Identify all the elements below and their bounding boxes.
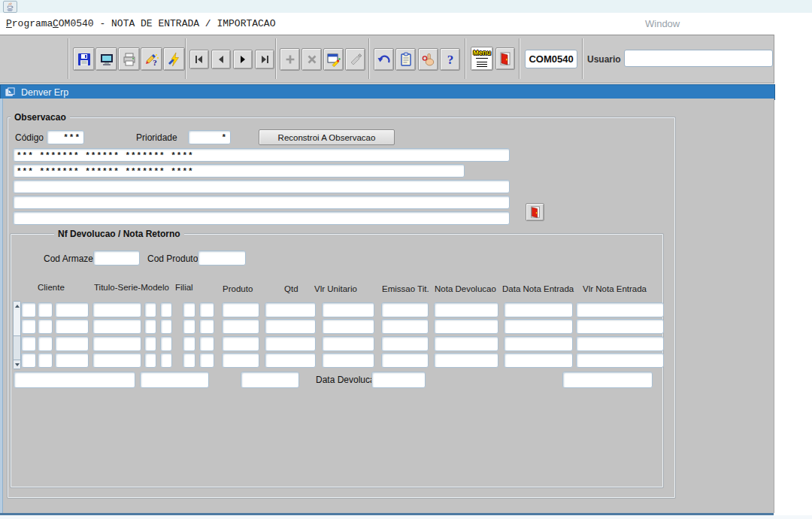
cell-serie[interactable] (144, 302, 156, 317)
cell-cliente-1[interactable] (21, 302, 36, 317)
mdi-titlebar[interactable]: Denver Erp (0, 84, 775, 100)
cell-data-nota-entrada[interactable] (504, 302, 573, 317)
cell-vlr-unitario[interactable] (322, 336, 374, 351)
cell-filial-2[interactable] (199, 319, 214, 334)
bottom-cliente-nome-field[interactable] (14, 372, 135, 388)
cell-cliente-3[interactable] (55, 353, 89, 368)
clipboard-button[interactable] (395, 48, 416, 71)
cell-produto[interactable] (222, 302, 259, 317)
last-record-button[interactable] (255, 50, 274, 69)
insert-record-button[interactable] (280, 48, 300, 71)
cell-emissao-tit[interactable] (381, 353, 429, 368)
menu-program-title[interactable]: COM0540 - NOTA DE ENTRADA / IMPORTACAO (53, 18, 275, 29)
print-button[interactable] (118, 47, 140, 71)
cell-cliente-1[interactable] (21, 353, 36, 368)
cell-data-nota-entrada[interactable] (504, 336, 573, 351)
cell-data-nota-entrada[interactable] (504, 353, 573, 368)
java-icon[interactable] (3, 1, 17, 13)
cell-filial-2[interactable] (199, 353, 214, 368)
cell-data-nota-entrada[interactable] (504, 319, 573, 334)
observacao-line-5[interactable] (13, 211, 510, 225)
cell-modelo[interactable] (160, 353, 172, 368)
cell-cliente-3[interactable] (55, 319, 89, 334)
cell-serie[interactable] (144, 319, 156, 334)
cell-cliente-3[interactable] (55, 302, 89, 317)
cell-filial-1[interactable] (183, 336, 195, 351)
query-form-button[interactable] (323, 48, 344, 71)
cell-cliente-1[interactable] (21, 336, 36, 351)
cod-produto-input[interactable] (198, 250, 246, 266)
cell-vlr-unitario[interactable] (322, 302, 374, 317)
cell-modelo[interactable] (160, 302, 172, 317)
hand-pointer-button[interactable] (418, 48, 438, 71)
first-record-button[interactable] (189, 50, 209, 69)
cell-nota-devolucao[interactable] (434, 336, 498, 351)
bottom-field-3[interactable] (241, 372, 299, 388)
cell-modelo[interactable] (160, 336, 172, 351)
cell-filial-1[interactable] (183, 319, 195, 334)
cell-qtd[interactable] (265, 353, 316, 368)
cell-serie[interactable] (144, 353, 156, 368)
help-button[interactable]: ? (440, 48, 460, 71)
cell-qtd[interactable] (265, 319, 316, 334)
observacao-exit-button[interactable] (526, 203, 544, 221)
reconstroi-observacao-button[interactable]: Reconstroi A Observacao (259, 129, 395, 145)
cell-titulo[interactable] (92, 319, 141, 334)
cell-nota-devolucao[interactable] (434, 302, 498, 317)
observacao-line-4[interactable] (13, 196, 510, 209)
cell-serie[interactable] (144, 336, 156, 351)
program-code-field[interactable]: COM0540 (525, 50, 577, 68)
menu-window[interactable]: Window (645, 18, 680, 29)
cell-vlr-nota-entrada[interactable] (576, 336, 664, 351)
menu-programa[interactable]: Programa (6, 18, 53, 29)
cell-filial-1[interactable] (183, 353, 195, 368)
cell-cliente-2[interactable] (38, 336, 53, 351)
cell-produto[interactable] (222, 353, 259, 368)
usuario-input[interactable] (624, 50, 773, 67)
cell-vlr-unitario[interactable] (322, 319, 374, 334)
observacao-line-2[interactable]: *** ******* ****** ******* **** (13, 164, 465, 178)
delete-record-button[interactable] (301, 48, 322, 71)
execute-lightning-button[interactable] (163, 47, 185, 71)
cell-emissao-tit[interactable] (381, 319, 429, 334)
cell-qtd[interactable] (265, 336, 316, 351)
cell-emissao-tit[interactable] (381, 336, 429, 351)
cell-cliente-2[interactable] (38, 353, 53, 368)
save-button[interactable] (73, 47, 95, 71)
clear-field-button[interactable] (345, 48, 365, 71)
data-devolucao-field[interactable] (371, 372, 426, 388)
cell-nota-devolucao[interactable] (434, 353, 498, 368)
cell-vlr-nota-entrada[interactable] (576, 319, 664, 334)
cell-modelo[interactable] (160, 319, 172, 334)
cod-armazem-input[interactable] (93, 250, 140, 266)
cell-titulo[interactable] (92, 353, 141, 368)
cell-cliente-2[interactable] (38, 319, 53, 334)
bottom-field-2[interactable] (140, 372, 209, 388)
prev-record-button[interactable] (211, 50, 231, 69)
cell-emissao-tit[interactable] (381, 302, 429, 317)
cell-titulo[interactable] (92, 302, 141, 317)
menu-button[interactable]: Menu (471, 47, 493, 71)
screen-button[interactable] (95, 47, 117, 71)
cell-qtd[interactable] (265, 302, 316, 317)
cell-vlr-nota-entrada[interactable] (576, 353, 664, 368)
cell-produto[interactable] (222, 319, 259, 334)
cell-filial-2[interactable] (199, 336, 214, 351)
codigo-field[interactable]: *** (47, 130, 84, 144)
observacao-line-3[interactable] (13, 180, 510, 193)
exit-button[interactable] (495, 47, 515, 70)
cell-filial-2[interactable] (199, 302, 214, 317)
cell-filial-1[interactable] (183, 302, 195, 317)
bottom-total-field[interactable] (562, 372, 653, 388)
prioridade-field[interactable]: * (188, 130, 231, 144)
cell-cliente-3[interactable] (55, 336, 89, 351)
cell-produto[interactable] (222, 336, 259, 351)
cell-nota-devolucao[interactable] (434, 319, 498, 334)
cell-vlr-nota-entrada[interactable] (576, 302, 664, 317)
cell-cliente-1[interactable] (21, 319, 36, 334)
cell-cliente-2[interactable] (38, 302, 53, 317)
undo-button[interactable] (374, 48, 394, 71)
observacao-line-1[interactable]: *** ******* ****** ******* **** (13, 148, 510, 162)
cell-titulo[interactable] (92, 336, 141, 351)
cell-vlr-unitario[interactable] (322, 353, 374, 368)
